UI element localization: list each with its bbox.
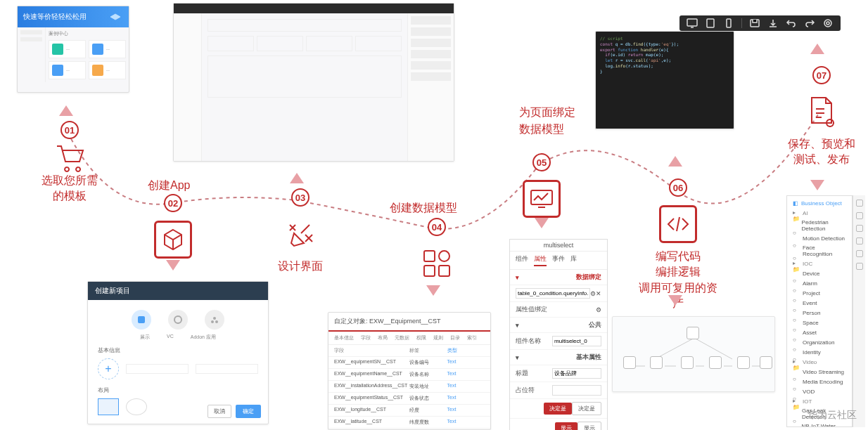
tab-addon-icon	[205, 310, 224, 330]
binding-input[interactable]	[516, 288, 590, 299]
save-icon[interactable]	[749, 18, 760, 28]
ok-button[interactable]: 确定	[236, 405, 261, 418]
tree-leaf[interactable]: ○Event	[787, 298, 852, 308]
phone-icon[interactable]	[723, 18, 734, 28]
tree-leaf[interactable]: ○Motion Detection	[787, 233, 852, 243]
label-input[interactable]	[552, 368, 601, 379]
tree-sidebar	[853, 195, 865, 427]
tree-leaf[interactable]: ○NB-IoT Water Meters	[787, 422, 852, 427]
tablet-icon[interactable]	[705, 18, 716, 28]
tab-display-icon	[132, 310, 151, 330]
thumb-new-project: 创建新项目 展示 VC Addon 应用 基本信息 + 布局 取消 确定	[87, 281, 269, 424]
name-input[interactable]	[552, 336, 601, 346]
svg-point-15	[826, 22, 829, 25]
toggle-c[interactable]: 显示	[555, 422, 577, 430]
grid-icon[interactable]	[856, 237, 863, 245]
svg-point-2	[213, 317, 216, 320]
step-05: 05	[521, 153, 563, 223]
svg-rect-8	[439, 266, 449, 276]
tree-folder[interactable]: ▸ 📁Video	[787, 357, 852, 367]
step-03: 03 设计界面	[276, 188, 325, 274]
code-icon	[665, 216, 691, 233]
preview-icon[interactable]	[822, 18, 834, 28]
arrow-down-icon	[166, 260, 180, 271]
tree-leaf[interactable]: ○Face Recognition	[787, 243, 852, 259]
svg-rect-12	[727, 19, 731, 27]
thumb-business-object-tree: ◧ Business Object ▸ 📁AI ○Pedestrian Dete…	[786, 195, 853, 427]
svg-point-14	[824, 20, 831, 27]
thumb-flow-canvas	[612, 316, 775, 392]
pos-input[interactable]	[552, 385, 601, 396]
thumb-custom-object: 自定义对象: EXW__Equipment__CST 基本信息字段布局元数据权限…	[328, 312, 491, 430]
share-icon[interactable]	[856, 212, 863, 219]
arrow-down-icon	[668, 295, 682, 306]
add-icon[interactable]: +	[98, 358, 119, 379]
thumb-toolbar	[679, 15, 841, 31]
arrow-up-icon	[668, 156, 682, 167]
table-row: EXW__equipmentStatus__CST设备状态Text	[328, 393, 490, 405]
tree-folder[interactable]: ▸ 📁AI	[787, 208, 852, 218]
circle-icon[interactable]	[856, 263, 863, 270]
tree-leaf[interactable]: ○Space	[787, 318, 852, 327]
thumb-designer	[173, 3, 454, 162]
thumb-template-picker: 快速等价轻轻松松用 案例中心 ··· ··· ··· ···	[17, 6, 129, 93]
arrow-up-icon	[290, 173, 304, 183]
step-04-label: 创建数据模型	[390, 201, 457, 216]
tree-folder[interactable]: ▸ 📁IOC	[787, 259, 852, 268]
tree-leaf[interactable]: ○Alarm	[787, 278, 852, 288]
svg-rect-9	[531, 190, 552, 204]
design-tools-icon	[284, 218, 317, 250]
table-row: EXW__latitude__CST纬度度数Text	[328, 417, 490, 429]
tree-leaf[interactable]: ○VOD	[787, 386, 852, 396]
step-06: 06 编写代码 编排逻辑 调用可复用的资产	[636, 178, 720, 312]
step-07: 07 保存、预览和 测试、发布	[779, 66, 864, 168]
thumb-property-panel: multiselect 组件属性事件库 ▾ 数据绑定 ⚙✕ 属性值绑定⚙ ▾ 公…	[509, 239, 608, 430]
link-icon[interactable]	[856, 225, 863, 232]
search-icon[interactable]	[856, 200, 863, 207]
close-icon[interactable]: ✕	[596, 290, 601, 297]
watermark: 华为云社区	[808, 409, 857, 422]
table-row: EXW__equipmentName__CST设备名称Text	[328, 369, 490, 381]
svg-point-4	[215, 320, 218, 323]
svg-rect-7	[424, 266, 435, 276]
desktop-icon[interactable]	[687, 18, 698, 28]
tree-leaf[interactable]: ○Project	[787, 288, 852, 298]
tree-leaf[interactable]: ○Person	[787, 308, 852, 318]
step-02: 02	[152, 194, 194, 264]
arrow-up-icon	[59, 105, 73, 116]
undo-icon[interactable]	[786, 18, 797, 28]
svg-rect-0	[138, 316, 145, 323]
package-icon	[160, 227, 186, 252]
tab-vc-icon	[168, 310, 188, 330]
toggle-d[interactable]: 显示	[577, 422, 601, 430]
cancel-button[interactable]: 取消	[208, 405, 231, 418]
gear-icon[interactable]: ⚙	[590, 290, 596, 297]
person-icon[interactable]	[856, 250, 863, 257]
thumb-code-editor: // script const q = db.find({type:'eq'})…	[595, 31, 734, 129]
template-picker-header: 快速等价轻轻松松用	[18, 6, 129, 27]
redo-icon[interactable]	[804, 18, 815, 28]
tree-leaf[interactable]: ○Media Encoding	[787, 377, 852, 386]
toggle-a[interactable]: 决定是	[544, 403, 572, 415]
arrow-down-icon	[810, 180, 824, 190]
tree-leaf[interactable]: ○Asset	[787, 327, 852, 337]
tree-leaf[interactable]: ○Organization	[787, 337, 852, 347]
file-settings-icon	[806, 95, 837, 129]
gear-icon[interactable]: ⚙	[596, 306, 601, 313]
step-04: 04	[412, 218, 461, 288]
tree-leaf[interactable]: ○Identity	[787, 347, 852, 357]
tree-leaf[interactable]: ○Device	[787, 268, 852, 278]
svg-rect-11	[707, 19, 714, 27]
svg-rect-10	[687, 19, 697, 26]
step-01: 01 选取您所需 的模板	[38, 121, 101, 204]
arrow-up-icon	[810, 44, 824, 54]
arrow-down-icon	[535, 218, 549, 228]
step-05-label: 为页面绑定 数据模型	[519, 104, 575, 138]
toggle-b[interactable]: 决定是	[572, 402, 601, 415]
step-02-label: 创建App	[148, 178, 190, 193]
tree-folder[interactable]: ▸ 📁IOT	[787, 396, 852, 406]
arrow-down-icon	[426, 285, 440, 296]
svg-point-3	[211, 320, 214, 323]
tree-leaf[interactable]: ○Video Streaming	[787, 367, 852, 377]
download-icon[interactable]	[767, 18, 779, 28]
